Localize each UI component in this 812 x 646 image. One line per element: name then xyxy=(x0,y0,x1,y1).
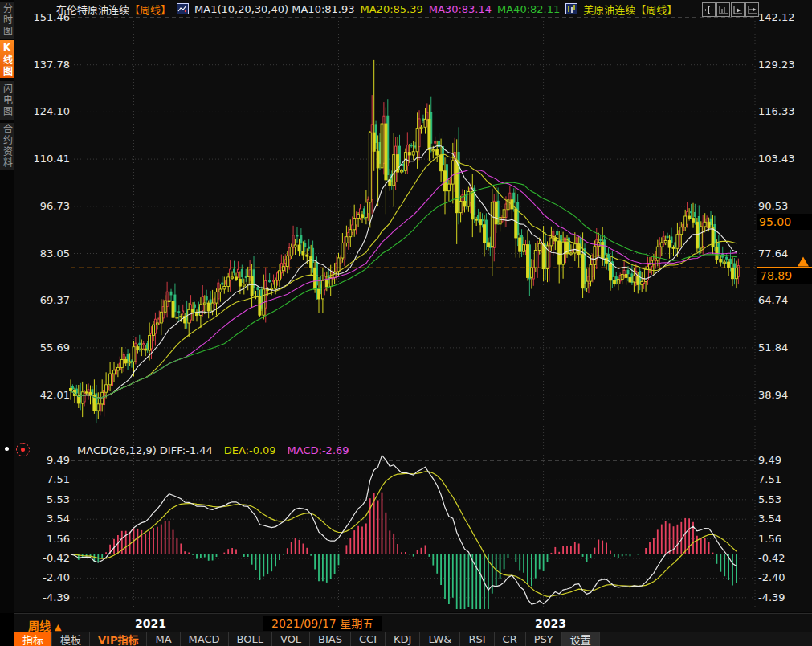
y-axis-label: 9.49 xyxy=(758,455,810,466)
left-sidebar: 分时图K线图闪电图合约资料 xyxy=(0,0,14,646)
toolbar-item-KDJ[interactable]: KDJ xyxy=(386,632,420,646)
toolbar-item-PSY[interactable]: PSY xyxy=(526,632,562,646)
axis-play-icon[interactable] xyxy=(731,2,745,17)
ma1-values-label: MA1(10,20,30,40) MA10:81.93 xyxy=(194,3,354,15)
toolbar-item-MACD[interactable]: MACD xyxy=(181,632,229,646)
move-tool-icon[interactable] xyxy=(702,2,716,17)
bottom-left-corner xyxy=(0,613,14,646)
toolbar-item-RSI[interactable]: RSI xyxy=(460,632,494,646)
ma40-value-label: MA40:82.11 xyxy=(497,3,560,15)
symbol-period-tag: 【周线】 xyxy=(129,4,171,16)
y-axis-label: 77.64 xyxy=(758,248,810,260)
y-axis-label: 90.53 xyxy=(758,201,810,212)
price-alert-label: 95.00 xyxy=(757,214,812,230)
macd-title-label: MACD(26,12,9) DIFF:-1.44 xyxy=(77,444,213,456)
y-axis-label: 9.49 xyxy=(22,455,70,466)
overlay-symbol-label: 美原油连续【周线】 xyxy=(583,2,677,17)
chart-type-icon xyxy=(177,3,189,14)
y-axis-label: 3.54 xyxy=(22,513,70,525)
y-axis-label: -2.40 xyxy=(758,572,810,583)
y-axis-label: 96.73 xyxy=(22,201,70,212)
toolbar-item-设置[interactable]: 设置 xyxy=(562,632,600,646)
y-axis-label: 7.51 xyxy=(758,474,810,485)
chart-window-buttons xyxy=(702,2,759,17)
indicator-toolbar: 指标模板VIP指标MAMACDBOLLVOLBIASCCIKDJLW&RSICR… xyxy=(14,632,812,646)
toolbar-item-VOL[interactable]: VOL xyxy=(272,632,310,646)
trading-app-window: 分时图K线图闪电图合约资料 布伦特原油连续【周线】 MA1(10,20,30,4… xyxy=(0,0,812,646)
toolbar-item-BOLL[interactable]: BOLL xyxy=(229,632,272,646)
toolbar-item-CR[interactable]: CR xyxy=(495,632,526,646)
chart-canvas[interactable] xyxy=(0,0,812,612)
y-axis-label: -0.42 xyxy=(22,553,70,564)
y-axis-label: -0.42 xyxy=(758,553,810,564)
y-axis-label: 69.37 xyxy=(22,295,70,306)
y-axis-label: 1.56 xyxy=(22,534,70,545)
main-symbol-label: 布伦特原油连续【周线】 xyxy=(56,2,171,17)
sidebar-dot-indicator xyxy=(5,447,9,451)
macd-header: MACD(26,12,9) DIFF:-1.44 DEA:-0.09 MACD:… xyxy=(77,444,349,456)
y-axis-label: 55.69 xyxy=(22,342,70,354)
y-axis-label: 129.23 xyxy=(758,59,810,71)
y-axis-label: 110.41 xyxy=(22,153,70,165)
y-axis-label: -2.40 xyxy=(22,572,70,583)
y-axis-label: 5.53 xyxy=(758,494,810,505)
indicator-alarm-icon[interactable] xyxy=(16,443,30,456)
sidebar-tab-2[interactable]: K线图 xyxy=(0,40,14,78)
last-price-label: 78.89 xyxy=(757,267,812,284)
y-axis-label: 64.74 xyxy=(758,295,810,306)
chart-header: 布伦特原油连续【周线】 MA1(10,20,30,40) MA10:81.93 … xyxy=(56,2,677,15)
y-axis-label: 103.43 xyxy=(758,153,810,165)
y-axis-label: 142.12 xyxy=(758,12,810,23)
y-axis-label: 42.01 xyxy=(22,390,70,401)
symbol-name: 布伦特原油连续 xyxy=(56,4,129,16)
axis-shift-icon[interactable] xyxy=(745,2,759,17)
sidebar-tab-1[interactable]: 分时图 xyxy=(0,2,14,39)
toolbar-item-BIAS[interactable]: BIAS xyxy=(310,632,351,646)
y-axis-label: 51.84 xyxy=(758,342,810,354)
y-axis-label: 1.56 xyxy=(758,534,810,545)
time-axis-row: 周线 ▲ 2021 2021/09/17 星期五 2023 xyxy=(14,613,812,632)
year-label-2021: 2021 xyxy=(135,617,166,630)
toolbar-item-CCI[interactable]: CCI xyxy=(351,632,386,646)
sidebar-tab-4[interactable]: 合约资料 xyxy=(0,123,14,170)
y-axis-label: 3.54 xyxy=(758,513,810,525)
toolbar-item-LW&[interactable]: LW& xyxy=(420,632,460,646)
sidebar-tab-3[interactable]: 闪电图 xyxy=(0,81,14,120)
y-axis-label: 38.94 xyxy=(758,390,810,401)
y-axis-label: 116.33 xyxy=(758,106,810,117)
y-axis-label: 83.05 xyxy=(22,248,70,260)
macd-dea-label: DEA:-0.09 xyxy=(224,444,276,456)
ma30-value-label: MA30:83.14 xyxy=(429,3,492,15)
y-axis-label: 7.51 xyxy=(22,474,70,485)
y-axis-label: -4.39 xyxy=(22,592,70,603)
axis-bars-icon[interactable] xyxy=(716,2,730,17)
overlay-symbol-icon xyxy=(565,3,577,14)
toolbar-item-VIP指标[interactable]: VIP指标 xyxy=(90,632,147,646)
toolbar-item-MA[interactable]: MA xyxy=(147,632,180,646)
crosshair-date-readout: 2021/09/17 星期五 xyxy=(263,616,382,631)
toolbar-item-模板[interactable]: 模板 xyxy=(52,632,90,646)
ma20-value-label: MA20:85.39 xyxy=(361,3,423,15)
y-axis-label: 5.53 xyxy=(22,494,70,505)
y-axis-label: 137.78 xyxy=(22,59,70,71)
y-axis-label: -4.39 xyxy=(758,592,810,603)
macd-macd-label: MACD:-2.69 xyxy=(288,444,349,456)
toolbar-item-指标[interactable]: 指标 xyxy=(14,632,52,646)
y-axis-label: 124.10 xyxy=(22,106,70,117)
year-label-2023: 2023 xyxy=(535,617,566,630)
